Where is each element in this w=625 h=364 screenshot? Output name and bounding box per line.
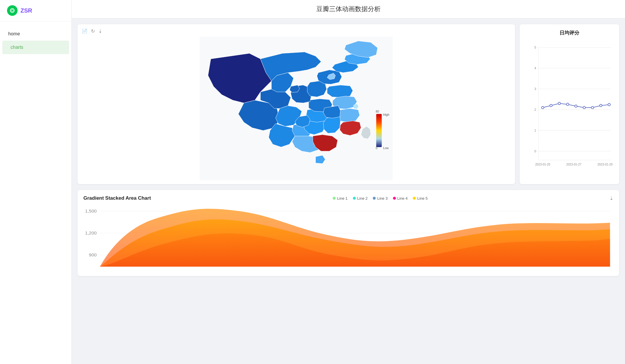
legend-line4: Line 4 [393,196,408,201]
svg-point-23 [542,106,544,109]
svg-text:2: 2 [534,108,536,111]
main-content: 豆瓣三体动画数据分析 📄 ↻ ⇣ [72,0,625,364]
svg-text:900: 900 [89,253,97,257]
download-bottom-icon[interactable]: ⇣ [609,196,613,201]
nav-item-charts[interactable]: charts [2,41,69,54]
area-chart-svg: 1,500 1,200 900 [83,205,613,270]
legend-label-line1: Line 1 [337,196,347,201]
doc-icon[interactable]: 📄 [82,28,87,34]
refresh-icon[interactable]: ↻ [91,28,95,34]
legend-line5: Line 5 [413,196,427,201]
svg-text:2023-01-25: 2023-01-25 [535,163,550,166]
svg-point-28 [583,106,585,109]
svg-text:1,200: 1,200 [85,231,97,235]
svg-text:0: 0 [376,146,377,150]
legend-line1: Line 1 [333,196,347,201]
svg-text:2023-01-27: 2023-01-27 [566,163,581,166]
logo-icon [7,5,18,16]
legend-label-line2: Line 2 [357,196,368,201]
content-area: 📄 ↻ ⇣ [72,18,625,282]
legend-label-line5: Line 5 [417,196,427,201]
svg-text:4: 4 [534,66,536,70]
map-svg-container: High 80 0 Low [82,37,511,180]
svg-text:1,500: 1,500 [85,209,97,213]
page-title: 豆瓣三体动画数据分析 [72,0,625,18]
bottom-section: Gradient Stacked Area Chart Line 1 Line … [78,190,619,276]
svg-point-30 [600,104,602,107]
legend-line3: Line 3 [373,196,387,201]
svg-text:0: 0 [534,149,536,153]
map-toolbar: 📄 ↻ ⇣ [82,28,511,34]
legend-label-line4: Line 4 [397,196,408,201]
sidebar: ZSR home charts [0,0,72,364]
svg-text:High: High [383,113,389,116]
svg-text:5: 5 [534,46,536,49]
svg-point-31 [608,103,610,106]
china-map-svg: High 80 0 Low [82,37,511,180]
svg-text:Low: Low [383,146,389,150]
line-chart-title: 日均评分 [525,30,614,36]
legend-row: Line 1 Line 2 Line 3 Line 4 [333,196,427,201]
nav-item-home[interactable]: home [0,27,71,41]
svg-point-29 [591,106,594,109]
svg-text:1: 1 [534,129,536,132]
svg-point-24 [550,104,552,107]
svg-text:2023-01-29: 2023-01-29 [597,163,613,166]
bottom-header: Gradient Stacked Area Chart Line 1 Line … [83,195,613,201]
legend-dot-line5 [413,197,416,200]
legend-dot-line1 [333,197,336,200]
nav-menu: home charts [0,21,71,60]
top-section: 📄 ↻ ⇣ [78,24,619,184]
svg-point-27 [575,105,577,107]
area-chart-title: Gradient Stacked Area Chart [83,195,151,201]
legend-line2: Line 2 [353,196,368,201]
legend-dot-line2 [353,197,356,200]
legend-label-line3: Line 3 [377,196,387,201]
legend-dot-line3 [373,197,376,200]
legend-dot-line4 [393,197,396,200]
download-icon[interactable]: ⇣ [98,28,102,34]
line-chart-panel: 日均评分 5 4 3 [520,24,619,184]
svg-text:3: 3 [534,87,536,91]
logo-text: ZSR [20,7,32,14]
svg-point-26 [566,103,569,106]
line-chart-svg: 5 4 3 2 1 0 2023-01-25 2023-01-27 2023-0… [525,41,614,172]
map-panel: 📄 ↻ ⇣ [78,24,515,184]
svg-point-25 [558,102,560,105]
logo-area: ZSR [0,0,71,21]
svg-text:80: 80 [376,110,379,113]
svg-rect-1 [376,114,382,147]
